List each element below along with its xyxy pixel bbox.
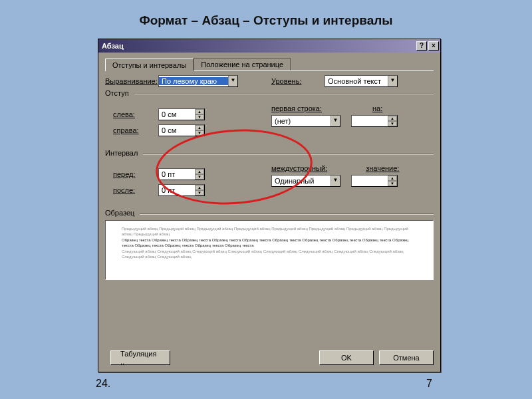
chevron-down-icon[interactable]: ▼ — [331, 116, 340, 126]
firstline-label: первая строка: — [271, 104, 322, 112]
spin-down-icon[interactable]: ▼ — [195, 190, 204, 196]
preview-group: Образец — [105, 213, 434, 215]
level-label: Уровень: — [271, 77, 311, 85]
preview-faint-before: Предыдущий абзац Предыдущий абзац Предыд… — [122, 226, 417, 237]
spin-down-icon[interactable]: ▼ — [195, 130, 204, 136]
spacing-after-spinner[interactable]: 0 пт ▲▼ — [158, 184, 205, 196]
footer-right: 7 — [426, 378, 432, 390]
cancel-button[interactable]: Отмена — [379, 350, 434, 365]
chevron-down-icon[interactable]: ▼ — [388, 76, 397, 86]
ok-button[interactable]: OK — [319, 350, 374, 365]
level-value: Основной текст — [325, 77, 388, 85]
spacing-before-spinner[interactable]: 0 пт ▲▼ — [158, 168, 205, 180]
preview-faint-after: Следующий абзац Следующий абзац Следующи… — [122, 249, 417, 260]
indent-left-label: слева: — [105, 110, 158, 118]
linespacing-at-spinner[interactable]: ▲▼ — [351, 175, 398, 187]
firstline-combo[interactable]: (нет) ▼ — [271, 115, 340, 127]
spin-up-icon[interactable]: ▲ — [388, 116, 397, 121]
help-button[interactable]: ? — [416, 41, 427, 51]
indent-group: Отступ — [105, 94, 434, 95]
spin-up-icon[interactable]: ▲ — [195, 169, 204, 174]
chevron-down-icon[interactable]: ▼ — [331, 176, 340, 186]
tab-strip: Отступы и интервалы Положение на страниц… — [105, 58, 434, 71]
indent-right-spinner[interactable]: 0 см ▲▼ — [158, 124, 205, 136]
tab-position[interactable]: Положение на странице — [194, 58, 291, 70]
tabs-button[interactable]: Табуляция .. — [110, 350, 170, 365]
level-combo[interactable]: Основной текст ▼ — [325, 75, 398, 87]
linespacing-combo[interactable]: Одинарный ▼ — [271, 175, 340, 187]
spacing-after-label: после: — [105, 186, 158, 194]
window-title: Абзац — [102, 42, 124, 50]
preview-sample-text: Образец текста Образец текста Образец те… — [122, 237, 417, 249]
spin-down-icon[interactable]: ▼ — [195, 114, 204, 120]
indent-right-label: справа: — [105, 126, 158, 134]
paragraph-dialog: Абзац ? × Отступы и интервалы Положение … — [98, 39, 441, 372]
spin-down-icon[interactable]: ▼ — [388, 121, 397, 126]
firstline-by-label: на: — [372, 104, 382, 112]
spin-down-icon[interactable]: ▼ — [195, 174, 204, 180]
spin-up-icon[interactable]: ▲ — [195, 185, 204, 190]
preview-box: Предыдущий абзац Предыдущий абзац Предыд… — [105, 220, 434, 280]
spin-up-icon[interactable]: ▲ — [195, 109, 204, 114]
alignment-label: Выравнивание: — [105, 77, 158, 85]
indent-left-spinner[interactable]: 0 см ▲▼ — [158, 108, 205, 120]
titlebar[interactable]: Абзац ? × — [98, 39, 440, 53]
tab-indents[interactable]: Отступы и интервалы — [105, 59, 194, 71]
spacing-before-label: перед: — [105, 170, 158, 178]
alignment-value: По левому краю — [159, 77, 228, 85]
firstline-by-spinner[interactable]: ▲▼ — [351, 115, 398, 127]
spin-down-icon[interactable]: ▼ — [388, 181, 397, 186]
footer-left: 24. — [96, 378, 110, 390]
chevron-down-icon[interactable]: ▼ — [228, 76, 237, 86]
alignment-combo[interactable]: По левому краю ▼ — [158, 75, 238, 87]
linespacing-at-label: значение: — [366, 164, 399, 172]
spin-up-icon[interactable]: ▲ — [195, 125, 204, 130]
close-button[interactable]: × — [428, 41, 439, 51]
linespacing-label: междустрочный: — [271, 164, 327, 172]
spin-up-icon[interactable]: ▲ — [388, 176, 397, 181]
spacing-group: Интервал — [105, 154, 434, 155]
slide-title: Формат – Абзац – Отступы и интервалы — [0, 13, 532, 28]
